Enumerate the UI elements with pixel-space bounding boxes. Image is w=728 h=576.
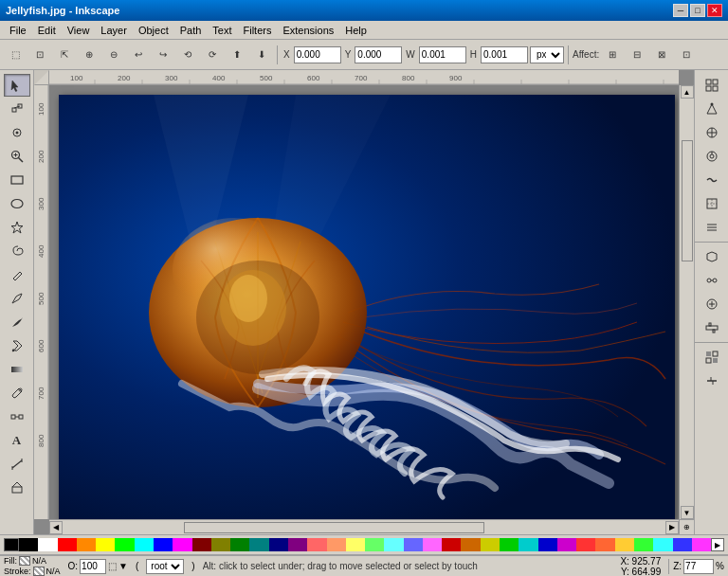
color-swatch-item[interactable] bbox=[365, 538, 384, 551]
toolbar-btn-7[interactable]: ↪ bbox=[152, 44, 174, 66]
scroll-thumb-horizontal[interactable] bbox=[184, 522, 484, 533]
color-swatch-item[interactable] bbox=[404, 538, 423, 551]
minimize-button[interactable]: ─ bbox=[673, 4, 688, 17]
color-swatch-strip[interactable] bbox=[19, 538, 711, 551]
color-swatch-item[interactable] bbox=[19, 538, 38, 551]
tool-spiral[interactable] bbox=[4, 240, 30, 262]
right-tool-8[interactable] bbox=[699, 245, 725, 268]
right-tool-9[interactable] bbox=[699, 269, 725, 292]
black-swatch[interactable] bbox=[4, 538, 19, 551]
right-tool-5[interactable] bbox=[699, 169, 725, 191]
right-tool-3[interactable] bbox=[699, 121, 725, 144]
color-swatch-item[interactable] bbox=[538, 538, 557, 551]
scroll-thumb-vertical[interactable] bbox=[682, 140, 693, 261]
layer-dropdown-icon[interactable]: ▼ bbox=[118, 561, 128, 571]
fill-swatch[interactable] bbox=[19, 556, 30, 566]
color-swatch-item[interactable] bbox=[154, 538, 173, 551]
affect-btn-3[interactable]: ⊠ bbox=[650, 44, 673, 66]
tool-zoom[interactable] bbox=[4, 145, 30, 168]
color-swatch-item[interactable] bbox=[384, 538, 403, 551]
color-swatch-item[interactable] bbox=[77, 538, 96, 551]
right-tool-12[interactable] bbox=[699, 346, 725, 369]
color-swatch-item[interactable] bbox=[481, 538, 500, 551]
toolbar-btn-2[interactable]: ⊡ bbox=[28, 44, 51, 66]
scroll-left-btn[interactable]: ◀ bbox=[49, 521, 63, 534]
color-swatch-item[interactable] bbox=[461, 538, 480, 551]
color-swatch-item[interactable] bbox=[442, 538, 461, 551]
h-input[interactable] bbox=[481, 46, 528, 63]
affect-btn-4[interactable]: ⊡ bbox=[675, 44, 698, 66]
toolbar-btn-10[interactable]: ⬆ bbox=[226, 44, 248, 66]
scroll-right-btn[interactable]: ▶ bbox=[665, 521, 679, 534]
color-swatch-item[interactable] bbox=[211, 538, 230, 551]
zoom-corner-btn[interactable]: ⊕ bbox=[679, 519, 694, 534]
tool-text[interactable]: A bbox=[4, 429, 30, 452]
opacity-icon[interactable]: ⬚ bbox=[108, 561, 117, 571]
toolbar-btn-5[interactable]: ⊖ bbox=[102, 44, 125, 66]
right-tool-11[interactable] bbox=[699, 316, 725, 339]
menu-edit[interactable]: Edit bbox=[32, 23, 62, 38]
layer-select[interactable]: root bbox=[146, 559, 184, 574]
scroll-down-btn[interactable]: ▼ bbox=[681, 506, 694, 519]
scroll-up-btn[interactable]: ▲ bbox=[681, 85, 694, 99]
color-swatch-item[interactable] bbox=[307, 538, 326, 551]
scrollbar-horizontal[interactable]: ◀ ▶ bbox=[49, 519, 679, 534]
color-swatch-item[interactable] bbox=[327, 538, 346, 551]
tool-tweak[interactable] bbox=[4, 121, 30, 144]
affect-btn-2[interactable]: ⊟ bbox=[626, 44, 648, 66]
tool-gradient[interactable] bbox=[4, 358, 30, 381]
unit-select[interactable]: px mm in bbox=[530, 46, 564, 63]
menu-help[interactable]: Help bbox=[339, 23, 373, 38]
right-tool-10[interactable] bbox=[699, 293, 725, 315]
toolbar-btn-9[interactable]: ⟳ bbox=[201, 44, 224, 66]
tool-measure[interactable] bbox=[4, 453, 30, 476]
color-swatch-item[interactable] bbox=[576, 538, 595, 551]
opacity-input[interactable] bbox=[80, 559, 106, 574]
tool-calligraphy[interactable] bbox=[4, 311, 30, 333]
right-tool-4[interactable] bbox=[699, 145, 725, 168]
color-swatch-item[interactable] bbox=[288, 538, 307, 551]
menu-layer[interactable]: Layer bbox=[95, 23, 133, 38]
scrollbar-vertical[interactable]: ▲ ▼ bbox=[679, 85, 694, 519]
color-swatch-item[interactable] bbox=[38, 538, 57, 551]
menu-extensions[interactable]: Extensions bbox=[277, 23, 339, 38]
tool-node[interactable] bbox=[4, 98, 30, 120]
color-swatch-item[interactable] bbox=[615, 538, 634, 551]
color-swatch-item[interactable] bbox=[96, 538, 115, 551]
right-tool-13[interactable] bbox=[699, 369, 725, 392]
menu-object[interactable]: Object bbox=[133, 23, 174, 38]
color-swatch-item[interactable] bbox=[192, 538, 211, 551]
w-input[interactable] bbox=[419, 46, 466, 63]
color-swatch-item[interactable] bbox=[58, 538, 77, 551]
color-swatch-item[interactable] bbox=[249, 538, 268, 551]
color-swatch-item[interactable] bbox=[423, 538, 442, 551]
tool-eraser[interactable] bbox=[4, 477, 30, 499]
color-swatch-item[interactable] bbox=[173, 538, 191, 551]
color-strip-scroll-right[interactable]: ▶ bbox=[711, 538, 724, 551]
color-swatch-item[interactable] bbox=[135, 538, 154, 551]
x-input[interactable] bbox=[294, 46, 341, 63]
tool-fill[interactable] bbox=[4, 334, 30, 357]
right-tool-2[interactable] bbox=[699, 98, 725, 120]
toolbar-btn-8[interactable]: ⟲ bbox=[176, 44, 199, 66]
menu-text[interactable]: Text bbox=[207, 23, 237, 38]
tool-star[interactable] bbox=[4, 216, 30, 239]
color-swatch-item[interactable] bbox=[230, 538, 249, 551]
zoom-input[interactable] bbox=[683, 559, 714, 574]
color-swatch-item[interactable] bbox=[595, 538, 614, 551]
stroke-swatch[interactable] bbox=[33, 567, 45, 576]
tool-pen[interactable] bbox=[4, 287, 30, 310]
menu-view[interactable]: View bbox=[62, 23, 96, 38]
color-swatch-item[interactable] bbox=[634, 538, 653, 551]
menu-file[interactable]: File bbox=[4, 23, 32, 38]
toolbar-btn-6[interactable]: ↩ bbox=[127, 44, 150, 66]
close-button[interactable]: ✕ bbox=[707, 4, 722, 17]
canvas-viewport[interactable] bbox=[49, 85, 679, 519]
menu-filters[interactable]: Filters bbox=[238, 23, 278, 38]
toolbar-btn-1[interactable]: ⬚ bbox=[4, 44, 27, 66]
tool-connector[interactable] bbox=[4, 405, 30, 428]
toolbar-btn-4[interactable]: ⊕ bbox=[78, 44, 100, 66]
tool-eyedropper[interactable] bbox=[4, 382, 30, 405]
tool-select[interactable] bbox=[4, 74, 30, 97]
right-tool-7[interactable] bbox=[699, 216, 725, 239]
